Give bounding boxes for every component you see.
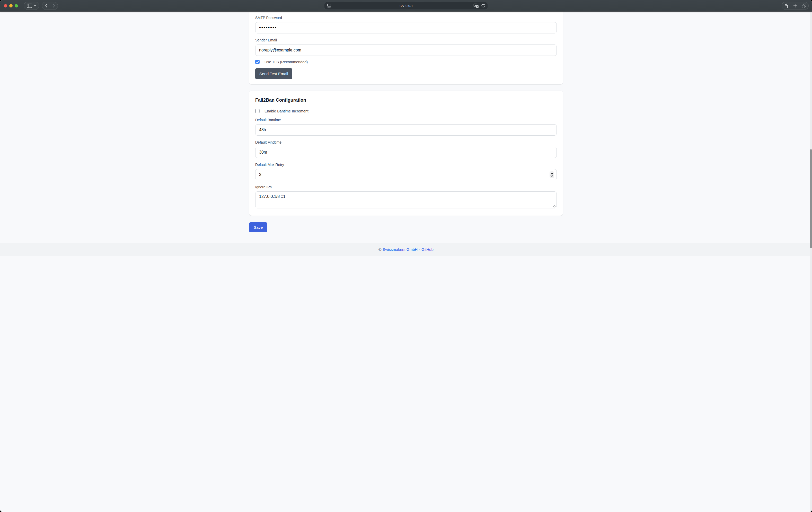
use-tls-label: Use TLS (Recommended) bbox=[264, 60, 308, 64]
send-test-email-button[interactable]: Send Test Email bbox=[255, 68, 292, 79]
sidebar-icon bbox=[27, 4, 32, 8]
default-findtime-field[interactable] bbox=[255, 147, 406, 158]
smtp-settings-card: SMTP Password Sender Email Use TLS (Reco… bbox=[249, 11, 406, 84]
back-button[interactable] bbox=[42, 2, 50, 9]
traffic-lights bbox=[4, 4, 18, 7]
sender-email-field[interactable] bbox=[255, 45, 406, 56]
ignore-ips-textarea[interactable]: 127.0.0.1/8 ::1 bbox=[255, 192, 406, 208]
default-bantime-field[interactable] bbox=[255, 124, 406, 136]
use-tls-checkbox[interactable] bbox=[255, 60, 260, 64]
url-text[interactable]: 127.0.0.1 bbox=[324, 4, 406, 8]
ignore-ips-label: Ignore IPs bbox=[255, 185, 406, 189]
fail2ban-card: Fail2Ban Configuration Enable Bantime In… bbox=[249, 91, 406, 216]
company-link[interactable]: Swissmakers GmbH bbox=[383, 247, 406, 252]
back-icon bbox=[45, 4, 47, 8]
address-bar[interactable]: 127.0.0.1 A bbox=[324, 2, 406, 10]
smtp-password-field[interactable] bbox=[255, 22, 406, 33]
sidebar-toggle-button[interactable] bbox=[24, 2, 39, 10]
nav-divider bbox=[50, 3, 50, 8]
browser-window: 127.0.0.1 A bbox=[0, 0, 406, 256]
close-window-button[interactable] bbox=[4, 4, 7, 7]
forward-button[interactable] bbox=[50, 2, 58, 9]
default-findtime-label: Default Findtime bbox=[255, 140, 406, 144]
sender-email-label: Sender Email bbox=[255, 38, 406, 42]
fail2ban-title: Fail2Ban Configuration bbox=[255, 97, 406, 103]
zoom-window-button[interactable] bbox=[14, 4, 18, 7]
page-content: SMTP Password Sender Email Use TLS (Reco… bbox=[0, 11, 406, 256]
bantime-increment-label: Enable Bantime Increment bbox=[264, 109, 309, 113]
default-bantime-label: Default Bantime bbox=[255, 118, 406, 122]
bantime-increment-checkbox[interactable] bbox=[255, 109, 260, 113]
history-nav-group bbox=[42, 2, 58, 10]
chevron-down-icon bbox=[34, 5, 36, 7]
minimize-window-button[interactable] bbox=[9, 4, 12, 7]
default-max-retry-field[interactable] bbox=[255, 169, 406, 180]
browser-toolbar: 127.0.0.1 A bbox=[0, 0, 406, 11]
footer: © Swissmakers GmbH - GitHub bbox=[0, 243, 406, 256]
forward-icon bbox=[53, 4, 55, 8]
smtp-password-label: SMTP Password bbox=[255, 16, 406, 20]
save-button[interactable]: Save bbox=[249, 222, 267, 232]
copyright-symbol: © bbox=[378, 247, 381, 252]
default-max-retry-label: Default Max Retry bbox=[255, 163, 406, 167]
